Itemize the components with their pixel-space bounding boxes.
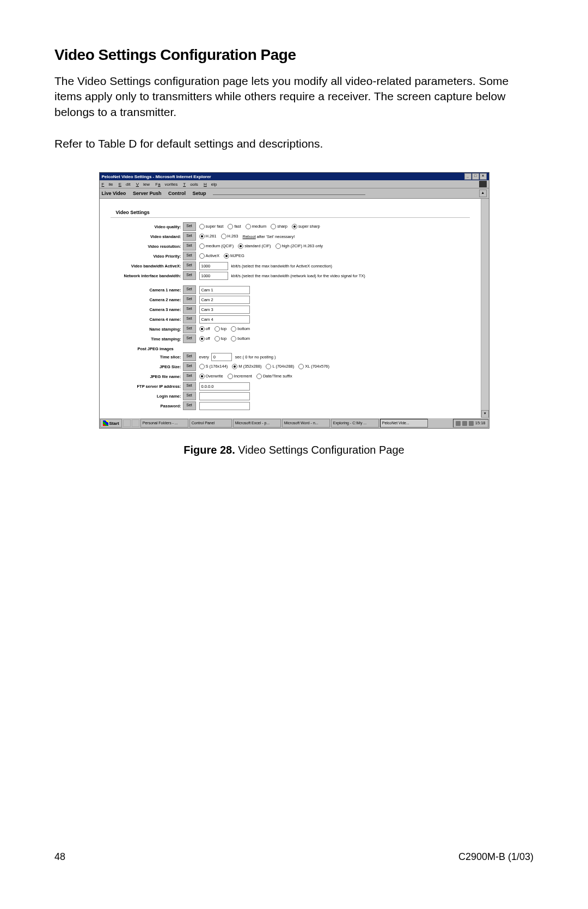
set-button-video-quality[interactable]: Set [183, 222, 196, 231]
label-time-slice: Time slice: [111, 355, 183, 359]
task-pelconet[interactable]: PelcoNet Vide... [380, 419, 428, 428]
radio-activex[interactable]: ActiveX [199, 253, 219, 259]
window-title: PelcoNet Video Settings - Microsoft Inte… [102, 174, 211, 179]
set-button-cam4[interactable]: Set [183, 315, 196, 324]
radio-time-bottom[interactable]: bottom [231, 336, 250, 341]
start-button[interactable]: Start [100, 419, 122, 428]
set-button-video-standard[interactable]: Set [183, 232, 196, 241]
vertical-scrollbar[interactable]: ▾ [481, 199, 489, 418]
input-login-name[interactable] [199, 392, 250, 400]
tray-icon-3[interactable] [469, 421, 474, 426]
menu-tools[interactable]: Tools [183, 182, 198, 187]
input-bandwidth-net[interactable]: 1000 [199, 272, 228, 280]
radio-fn-increment[interactable]: Increment [228, 374, 252, 379]
radio-name-bottom[interactable]: bottom [231, 326, 250, 332]
set-button-cam1[interactable]: Set [183, 285, 196, 294]
tab-control[interactable]: Control [168, 191, 186, 196]
set-button-ftp-ip[interactable]: Set [183, 382, 196, 391]
menu-bar: File Edit View Favorites Tools Help [100, 180, 489, 188]
radio-size-m[interactable]: M (352x288) [232, 364, 261, 369]
reference-text: Refer to Table D for default settings an… [54, 137, 534, 150]
radio-2cif[interactable]: high (2CIF) H.263 only [275, 243, 323, 249]
radio-super-sharp[interactable]: super sharp [292, 224, 320, 229]
page-heading: Video Settings Configuration Page [54, 46, 534, 64]
set-button-bandwidth-net[interactable]: Set [183, 271, 196, 280]
tray-icon-2[interactable] [462, 421, 467, 426]
label-cam3: Camera 3 name: [111, 307, 183, 312]
radio-h261[interactable]: H.261 [199, 234, 217, 239]
quicklaunch-icon-1[interactable] [123, 419, 131, 427]
radio-size-s[interactable]: S (176x144) [199, 364, 228, 369]
intro-text: The Video Settings configuration page le… [54, 74, 534, 120]
radio-sharp[interactable]: sharp [271, 224, 287, 229]
set-button-time-slice[interactable]: Set [183, 352, 196, 361]
radio-super-fast[interactable]: super fast [199, 224, 224, 229]
set-button-time-stamping[interactable]: Set [183, 334, 196, 343]
set-button-jpeg-size[interactable]: Set [183, 362, 196, 371]
input-time-slice[interactable]: 0 [211, 353, 232, 361]
task-word[interactable]: Microsoft Word - n... [282, 419, 330, 428]
tab-server-push[interactable]: Server Push [133, 191, 162, 196]
menu-file[interactable]: File [102, 182, 113, 187]
minimize-button[interactable]: _ [464, 173, 471, 180]
app-nav-tabs: Live Video Server Push Control Setup ▴ [100, 188, 489, 199]
close-button[interactable]: × [480, 173, 487, 180]
scroll-up-button[interactable]: ▴ [479, 190, 487, 197]
radio-time-off[interactable]: off [199, 336, 210, 341]
menu-edit[interactable]: Edit [119, 182, 131, 187]
quicklaunch-icon-2[interactable] [132, 419, 139, 427]
label-jpeg-filename: JPEG file name: [111, 374, 183, 379]
task-control-panel[interactable]: Control Panel [189, 419, 232, 428]
tab-live-video[interactable]: Live Video [102, 191, 126, 196]
label-video-resolution: Video resolution: [111, 244, 183, 249]
tray-icon-1[interactable] [456, 421, 461, 426]
system-tray: 15:18 [453, 419, 488, 428]
radio-size-xl[interactable]: XL (704x576) [298, 364, 329, 369]
input-bandwidth-activex[interactable]: 1000 [199, 262, 228, 270]
radio-mjpeg[interactable]: MJPEG [224, 253, 244, 259]
ie-logo-icon [479, 181, 487, 187]
input-cam3[interactable]: Cam 3 [199, 306, 250, 314]
windows-logo-icon [103, 420, 108, 426]
input-cam1[interactable]: Cam 1 [199, 286, 250, 294]
radio-name-off[interactable]: off [199, 326, 210, 332]
radio-medium[interactable]: medium [246, 224, 267, 229]
radio-size-l[interactable]: L (704x288) [266, 364, 294, 369]
task-exploring[interactable]: Exploring - C:\My ... [331, 419, 379, 428]
set-button-password[interactable]: Set [183, 401, 196, 410]
set-button-cam2[interactable]: Set [183, 295, 196, 304]
radio-time-top[interactable]: top [215, 336, 226, 341]
label-video-priority: Video Priority: [111, 254, 183, 259]
input-cam2[interactable]: Cam 2 [199, 296, 250, 304]
label-video-standard: Video standard: [111, 234, 183, 239]
reboot-link[interactable]: Reboot [243, 234, 256, 239]
set-button-login-name[interactable]: Set [183, 392, 196, 400]
input-ftp-ip[interactable]: 0.0.0.0 [199, 382, 250, 391]
radio-name-top[interactable]: top [215, 326, 226, 332]
radio-fn-datetime[interactable]: Date/Time suffix [256, 374, 292, 379]
radio-h263[interactable]: H.263 [221, 234, 238, 239]
tab-setup[interactable]: Setup [192, 191, 206, 196]
input-password[interactable] [199, 402, 250, 410]
set-button-bandwidth-activex[interactable]: Set [183, 261, 196, 270]
task-excel[interactable]: Microsoft Excel - p... [233, 419, 281, 428]
menu-view[interactable]: View [136, 182, 150, 187]
maximize-button[interactable]: □ [472, 173, 479, 180]
menu-favorites[interactable]: Favorites [155, 182, 177, 187]
radio-fn-overwrite[interactable]: Overwrite [199, 374, 223, 379]
task-personal-folders[interactable]: Personal Folders - ... [140, 419, 188, 428]
radio-fast[interactable]: fast [228, 224, 241, 229]
set-button-video-priority[interactable]: Set [183, 252, 196, 260]
radio-cif[interactable]: standard (CIF) [238, 243, 271, 249]
set-button-cam3[interactable]: Set [183, 305, 196, 314]
set-button-name-stamping[interactable]: Set [183, 325, 196, 333]
label-bandwidth-activex: Video bandwidth ActiveX: [111, 264, 183, 269]
doc-id: C2900M-B (1/03) [458, 851, 534, 863]
scroll-down-button[interactable]: ▾ [481, 410, 489, 418]
set-button-jpeg-filename[interactable]: Set [183, 372, 196, 381]
radio-qcif[interactable]: medium (QCIF) [199, 243, 234, 249]
set-button-video-resolution[interactable]: Set [183, 242, 196, 251]
time-slice-prefix: every [199, 355, 209, 359]
menu-help[interactable]: Help [204, 182, 217, 187]
input-cam4[interactable]: Cam 4 [199, 315, 250, 324]
